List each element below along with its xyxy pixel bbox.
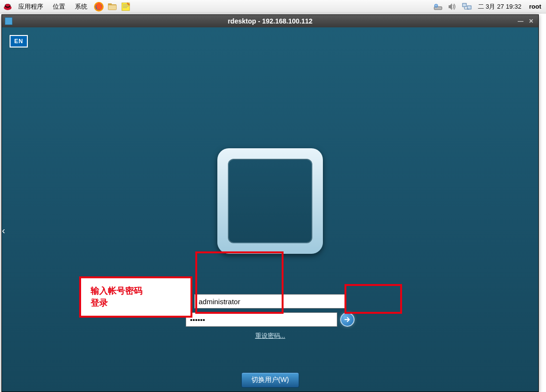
panel-user[interactable]: root bbox=[527, 3, 543, 10]
reset-password-link[interactable]: 重设密码... bbox=[255, 332, 285, 340]
back-arrow-icon[interactable]: ‹ bbox=[2, 225, 5, 236]
svg-rect-6 bbox=[108, 3, 112, 5]
close-button[interactable]: ✕ bbox=[527, 17, 535, 25]
device-tray-icon[interactable] bbox=[433, 1, 443, 12]
svg-point-14 bbox=[435, 5, 436, 6]
menu-applications[interactable]: 应用程序 bbox=[14, 1, 47, 12]
gnome-top-panel: 应用程序 位置 系统 bbox=[0, 0, 546, 13]
window-title: rdesktop - 192.168.100.112 bbox=[228, 17, 313, 25]
svg-rect-15 bbox=[463, 3, 466, 7]
svg-rect-7 bbox=[108, 5, 116, 10]
volume-icon[interactable] bbox=[447, 1, 458, 12]
redhat-logo-icon[interactable] bbox=[3, 2, 12, 11]
file-manager-icon[interactable] bbox=[107, 1, 118, 12]
user-avatar-frame bbox=[217, 148, 323, 254]
window-controls: — ✕ bbox=[516, 17, 535, 25]
language-badge[interactable]: EN bbox=[10, 35, 28, 48]
window-icon bbox=[5, 17, 12, 25]
rdesktop-window: rdesktop - 192.168.100.112 — ✕ EN ‹ bbox=[1, 14, 539, 392]
username-input[interactable] bbox=[194, 294, 346, 309]
panel-right-group: 二 3月 27 19:32 root bbox=[433, 1, 543, 12]
menu-places[interactable]: 位置 bbox=[49, 1, 69, 12]
panel-left-group: 应用程序 位置 系统 bbox=[3, 1, 131, 12]
user-avatar bbox=[228, 159, 312, 243]
network-icon[interactable] bbox=[462, 1, 472, 12]
login-form: 重设密码... bbox=[186, 294, 355, 340]
svg-point-2 bbox=[5, 4, 10, 7]
password-input[interactable] bbox=[186, 312, 337, 327]
notes-icon[interactable] bbox=[120, 1, 131, 12]
window-titlebar[interactable]: rdesktop - 192.168.100.112 — ✕ bbox=[2, 15, 538, 27]
svg-rect-16 bbox=[467, 6, 471, 9]
password-row bbox=[186, 312, 355, 327]
arrow-right-icon bbox=[344, 316, 351, 323]
switch-user-button[interactable]: 切换用户(W) bbox=[241, 372, 299, 388]
menu-system[interactable]: 系统 bbox=[71, 1, 91, 12]
panel-clock[interactable]: 二 3月 27 19:32 bbox=[476, 2, 523, 11]
firefox-icon[interactable] bbox=[93, 1, 105, 12]
rdp-login-screen: EN ‹ 重设密码... 切换用户(W) bbox=[2, 27, 538, 392]
submit-button[interactable] bbox=[340, 312, 355, 327]
minimize-button[interactable]: — bbox=[516, 17, 525, 25]
